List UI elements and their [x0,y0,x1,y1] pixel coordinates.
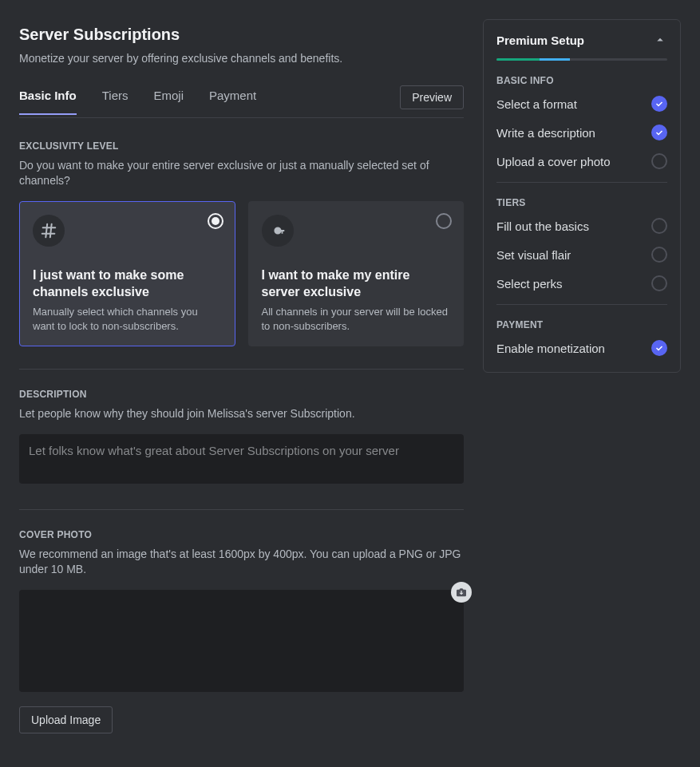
key-icon [262,215,294,247]
setup-item-upload-cover[interactable]: Upload a cover photo [496,153,667,169]
divider [19,509,464,510]
check-icon [651,125,667,140]
description-desc: Let people know why they should join Mel… [19,406,464,421]
radio-icon [436,213,452,229]
cover-photo-preview [19,590,464,692]
page-title: Server Subscriptions [19,26,464,44]
option-body: Manually select which channels you want … [33,305,222,333]
radio-icon [208,213,223,229]
upload-image-button[interactable]: Upload Image [19,706,113,733]
tab-payment[interactable]: Payment [209,89,256,115]
upload-icon[interactable] [451,582,472,603]
premium-setup-panel: Premium Setup BASIC INFO Select a format… [483,19,681,373]
empty-circle-icon [651,247,667,263]
setup-section-basic-info: BASIC INFO [496,75,667,86]
option-title: I just want to make some channels exclus… [33,267,222,301]
setup-progress-bar [496,58,667,61]
divider [19,369,464,370]
exclusivity-option-entire-server[interactable]: I want to make my entire server exclusiv… [248,201,465,347]
divider [496,304,667,305]
tab-basic-info[interactable]: Basic Info [19,89,77,115]
option-body: All channels in your server will be lock… [262,305,451,333]
cover-heading: COVER PHOTO [19,529,464,540]
setup-item-visual-flair[interactable]: Set visual flair [496,247,667,263]
setup-section-payment: PAYMENT [496,319,667,330]
setup-item-label: Set visual flair [496,248,571,262]
premium-setup-title: Premium Setup [496,34,584,47]
check-icon [651,96,667,112]
chevron-up-icon [653,33,667,47]
cover-desc: We recommend an image that's at least 16… [19,547,464,577]
check-icon [651,340,667,356]
setup-item-select-perks[interactable]: Select perks [496,275,667,291]
empty-circle-icon [651,275,667,291]
setup-item-label: Select a format [496,97,577,111]
tab-emoji[interactable]: Emoji [153,89,184,115]
empty-circle-icon [651,153,667,169]
page-subtitle: Monetize your server by offering exclusi… [19,52,464,65]
setup-section-tiers: TIERS [496,197,667,208]
option-title: I want to make my entire server exclusiv… [262,267,451,301]
exclusivity-heading: EXCLUSIVITY LEVEL [19,140,464,152]
setup-item-label: Enable monetization [496,342,605,355]
preview-button[interactable]: Preview [400,85,464,109]
setup-item-label: Fill out the basics [496,219,589,233]
setup-item-select-format[interactable]: Select a format [496,96,667,112]
setup-item-label: Upload a cover photo [496,155,611,168]
empty-circle-icon [651,218,667,234]
description-input[interactable] [19,434,464,484]
setup-item-label: Select perks [496,277,563,291]
setup-item-label: Write a description [496,126,595,140]
divider [496,182,667,183]
exclusivity-desc: Do you want to make your entire server e… [19,158,464,188]
tab-tiers[interactable]: Tiers [102,89,129,115]
setup-item-fill-basics[interactable]: Fill out the basics [496,218,667,234]
setup-item-write-description[interactable]: Write a description [496,125,667,140]
setup-item-enable-monetization[interactable]: Enable monetization [496,340,667,356]
tab-bar: Basic Info Tiers Emoji Payment Preview [19,85,464,118]
exclusivity-option-some-channels[interactable]: I just want to make some channels exclus… [19,201,235,347]
premium-setup-toggle[interactable]: Premium Setup [496,33,667,47]
description-heading: DESCRIPTION [19,389,464,400]
hash-icon [33,215,65,247]
